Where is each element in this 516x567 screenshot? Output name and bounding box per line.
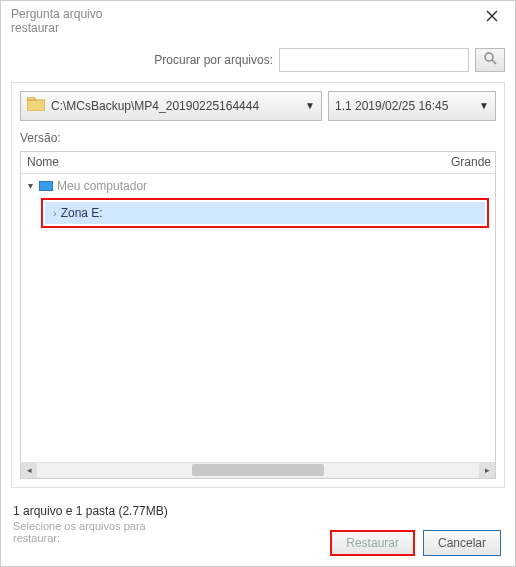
search-row: Procurar por arquivos: (1, 36, 515, 82)
restore-button-label: Restaurar (346, 536, 399, 550)
column-name[interactable]: Nome (21, 155, 445, 169)
tree-body: ▾ Meu computador › Zona E: (21, 174, 495, 228)
status-text: 1 arquivo e 1 pasta (2.77MB) (13, 504, 503, 518)
version-dropdown[interactable]: 1.1 2019/02/25 16:45 ▼ (328, 91, 496, 121)
chevron-down-icon[interactable]: ▾ (25, 180, 35, 191)
search-input[interactable] (279, 48, 469, 72)
title-line-1: Pergunta arquivo (11, 7, 102, 21)
path-dropdown[interactable]: C:\MCsBackup\MP4_20190225164444 ▼ (20, 91, 322, 121)
column-size[interactable]: Grande (445, 155, 495, 169)
main-panel: C:\MCsBackup\MP4_20190225164444 ▼ 1.1 20… (11, 82, 505, 488)
tree-root-row[interactable]: ▾ Meu computador (21, 176, 495, 196)
svg-rect-4 (27, 100, 45, 111)
path-dropdown-value: C:\MCsBackup\MP4_20190225164444 (51, 99, 259, 113)
restore-button[interactable]: Restaurar (330, 530, 415, 556)
chevron-right-icon[interactable]: › (53, 207, 57, 219)
svg-line-3 (492, 60, 496, 64)
version-dropdown-value: 1.1 2019/02/25 16:45 (335, 99, 448, 113)
cancel-button[interactable]: Cancelar (423, 530, 501, 556)
folder-icon (27, 97, 45, 114)
tree-child-row[interactable]: › Zona E: (45, 202, 485, 224)
chevron-down-icon: ▼ (475, 100, 489, 111)
titlebar: Pergunta arquivo restaurar (1, 1, 515, 36)
search-button[interactable] (475, 48, 505, 72)
scroll-right-button[interactable]: ▸ (479, 462, 495, 478)
selector-row: C:\MCsBackup\MP4_20190225164444 ▼ 1.1 20… (20, 91, 496, 121)
cancel-button-label: Cancelar (438, 536, 486, 550)
scroll-track[interactable] (37, 462, 479, 478)
search-icon (483, 51, 497, 68)
tree-child-label: Zona E: (61, 206, 103, 220)
svg-point-2 (485, 53, 493, 61)
hint-line-1: Selecione os arquivos para (13, 520, 146, 532)
window-title: Pergunta arquivo restaurar (11, 7, 102, 36)
version-label: Versão: (20, 131, 496, 145)
button-row: Restaurar Cancelar (330, 530, 501, 556)
close-icon[interactable] (479, 7, 505, 29)
horizontal-scrollbar[interactable]: ◂ ▸ (21, 462, 495, 478)
title-line-2: restaurar (11, 21, 59, 35)
hint-line-2: restaurar: (13, 532, 60, 544)
chevron-down-icon: ▼ (301, 100, 315, 111)
file-list: Nome Grande ▾ Meu computador › Zona E: ◂… (20, 151, 496, 479)
search-label: Procurar por arquivos: (154, 53, 273, 67)
list-header: Nome Grande (21, 152, 495, 174)
tree-root-label: Meu computador (57, 179, 147, 193)
highlighted-frame: › Zona E: (41, 198, 489, 228)
computer-icon (39, 181, 53, 191)
scroll-thumb[interactable] (192, 464, 325, 476)
scroll-left-button[interactable]: ◂ (21, 462, 37, 478)
